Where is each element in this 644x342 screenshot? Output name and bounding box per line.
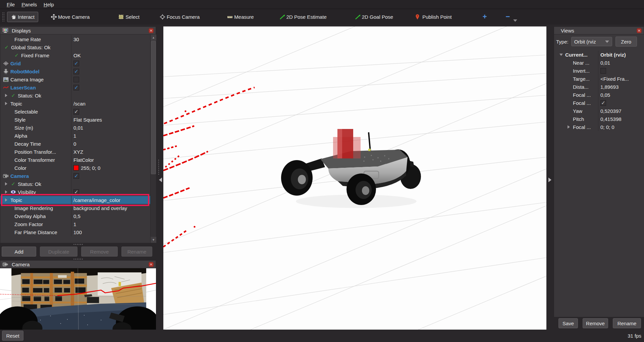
displays-rename-button[interactable]: Rename (121, 247, 152, 257)
chevron-right-icon[interactable] (5, 94, 7, 97)
display-row-color[interactable]: Color255; 0; 0 (0, 164, 150, 172)
tool-focus-camera[interactable]: Focus Camera (156, 12, 203, 22)
property-value[interactable]: 1,89693 (600, 84, 619, 90)
property-value[interactable]: /camera/image_color (73, 197, 120, 203)
property-value[interactable]: Flat Squares (73, 117, 102, 123)
checkbox[interactable]: ✓ (73, 189, 79, 195)
display-row-laserscan[interactable]: LaserScan✓ (0, 83, 150, 91)
checkbox[interactable]: ✓ (73, 61, 79, 66)
panel-resize-handle[interactable] (0, 258, 156, 260)
displays-close-icon[interactable]: ✕ (149, 28, 154, 33)
property-value[interactable]: 255; 0; 0 (81, 165, 100, 171)
property-value[interactable]: 30 (73, 37, 79, 42)
views-row-near-[interactable]: Near ...0,01 (554, 59, 644, 67)
views-row-pitch[interactable]: Pitch0,415398 (554, 115, 644, 123)
views-save-button[interactable]: Save (558, 318, 578, 328)
property-value[interactable]: Orbit (rviz) (600, 52, 626, 58)
display-row-far-plane-distance[interactable]: Far Plane Distance100 (0, 228, 150, 236)
camera-close-icon[interactable]: ✕ (149, 262, 154, 267)
display-row-color-transformer[interactable]: Color TransformerFlatColor (0, 156, 150, 164)
display-row-selectable[interactable]: Selectable✓ (0, 108, 150, 116)
property-value[interactable]: 0,01 (73, 125, 83, 131)
add-tool-button[interactable]: + (479, 12, 490, 21)
3d-viewport[interactable] (163, 26, 546, 330)
chevron-right-icon[interactable] (5, 190, 7, 194)
displays-scrollbar[interactable]: ▲ ▼ (150, 35, 156, 243)
property-value[interactable]: 0,520397 (600, 108, 622, 114)
displays-remove-button[interactable]: Remove (81, 247, 118, 257)
display-row-overlay-alpha[interactable]: Overlay Alpha0,5 (0, 212, 150, 220)
camera-image-view[interactable] (0, 268, 156, 330)
tool-publish-point[interactable]: Publish Point (412, 12, 455, 22)
right-splitter[interactable] (546, 26, 554, 330)
display-row-visibility[interactable]: Visibility✓ (0, 188, 150, 196)
property-value[interactable]: 0; 0; 0 (600, 124, 614, 130)
views-remove-button[interactable]: Remove (583, 318, 608, 328)
display-row-topic[interactable]: Topic/scan (0, 99, 150, 108)
display-row-zoom-factor[interactable]: Zoom Factor1 (0, 220, 150, 228)
scroll-down-icon[interactable]: ▼ (151, 237, 156, 243)
view-type-dropdown[interactable]: Orbit (rviz (571, 37, 612, 46)
views-row-focal-[interactable]: Focal ...0; 0; 0 (554, 123, 644, 131)
display-row-image-rendering[interactable]: Image Renderingbackground and overlay (0, 204, 150, 212)
panel-resize-handle[interactable] (0, 243, 156, 246)
property-value[interactable]: 100 (73, 229, 82, 235)
remove-tool-button[interactable]: − (502, 12, 514, 21)
display-row-alpha[interactable]: Alpha1 (0, 132, 150, 140)
checkbox[interactable]: ✓ (73, 109, 79, 115)
property-value[interactable]: 0,415398 (600, 116, 622, 122)
tool-measure[interactable]: Measure (224, 12, 257, 22)
display-row-grid[interactable]: Grid✓ (0, 59, 150, 67)
views-row-targe-[interactable]: Targe...<Fixed Fra... (554, 75, 644, 83)
chevron-right-icon[interactable] (5, 198, 7, 202)
tool-2d-goal-pose[interactable]: 2D Goal Pose (352, 12, 396, 22)
views-row-current-[interactable]: Current...Orbit (rviz) (554, 51, 644, 59)
views-row-invert-[interactable]: Invert... (554, 67, 644, 75)
views-row-focal-[interactable]: Focal ...0,05 (554, 91, 644, 99)
display-row-camera-image[interactable]: Camera Image (0, 75, 150, 83)
zero-button[interactable]: Zero (615, 37, 637, 47)
checkbox[interactable] (600, 68, 606, 74)
property-value[interactable]: 0,5 (73, 213, 80, 219)
tool-2d-pose-estimate[interactable]: 2D Pose Estimate (276, 12, 330, 22)
chevron-right-icon[interactable] (568, 125, 570, 129)
checkbox[interactable]: ✓ (73, 85, 79, 90)
checkbox[interactable]: ✓ (73, 173, 79, 179)
reset-button[interactable]: Reset (2, 331, 23, 341)
scroll-up-icon[interactable]: ▲ (151, 35, 156, 41)
checkbox[interactable] (73, 77, 79, 82)
display-row-status-ok[interactable]: ✓Status: Ok (0, 91, 150, 99)
displays-duplicate-button[interactable]: Duplicate (40, 247, 77, 257)
menu-help[interactable]: Help (40, 1, 57, 8)
display-row-global-status-ok[interactable]: ✓Global Status: Ok (0, 43, 150, 51)
menu-panels[interactable]: Panels (18, 1, 40, 8)
collapse-right-panel-icon[interactable] (548, 178, 551, 182)
views-row-yaw[interactable]: Yaw0,520397 (554, 107, 644, 115)
display-row-position-transfor-[interactable]: Position Transfor...XYZ (0, 148, 150, 156)
property-value[interactable]: <Fixed Fra... (600, 76, 629, 82)
property-value[interactable]: 1 (73, 221, 76, 227)
toolbar-drag-handle[interactable] (2, 12, 4, 21)
scrollbar-thumb[interactable] (151, 41, 156, 174)
property-value[interactable]: background and overlay (73, 205, 127, 211)
property-value[interactable]: 1 (73, 133, 76, 139)
tool-select[interactable]: Select (115, 12, 143, 22)
views-rename-button[interactable]: Rename (613, 318, 641, 328)
collapse-left-panel-icon[interactable] (159, 178, 162, 182)
display-row-decay-time[interactable]: Decay Time0 (0, 140, 150, 148)
property-value[interactable]: OK (73, 53, 81, 58)
tool-move-camera[interactable]: Move Camera (48, 12, 93, 22)
left-splitter[interactable] (156, 26, 163, 330)
property-value[interactable]: 0 (73, 141, 76, 147)
display-row-style[interactable]: StyleFlat Squares (0, 116, 150, 124)
display-row-size-m-[interactable]: Size (m)0,01 (0, 124, 150, 132)
property-value[interactable]: 0,01 (600, 60, 610, 66)
chevron-right-icon[interactable] (5, 102, 7, 105)
menu-file[interactable]: File (3, 1, 18, 8)
display-row-robotmodel[interactable]: RobotModel✓ (0, 67, 150, 75)
property-value[interactable]: FlatColor (73, 157, 94, 163)
views-row-dista-[interactable]: Dista...1,89693 (554, 83, 644, 91)
display-row-topic[interactable]: Topic/camera/image_color (0, 196, 150, 204)
display-row-status-ok[interactable]: ✓Status: Ok (0, 180, 150, 188)
property-value[interactable]: /scan (73, 101, 86, 107)
